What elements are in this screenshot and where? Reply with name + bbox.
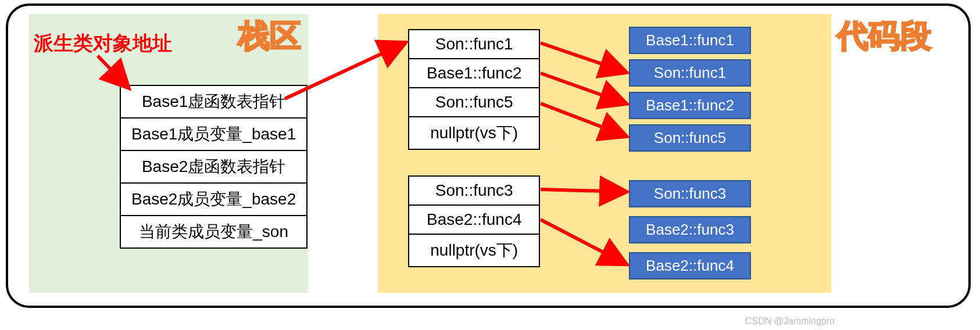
codefunc-base2-func4: Base2::func4 — [629, 252, 751, 279]
vtable2-row-1: Base2::func4 — [409, 205, 539, 234]
codefunc-base1-func2: Base1::func2 — [629, 92, 751, 119]
codefunc-base2-func3: Base2::func3 — [629, 216, 751, 243]
watermark: CSDN @Jammingpro — [745, 316, 835, 327]
codefunc-son-func5: Son::func5 — [629, 124, 751, 152]
object-row-vptr2: Base2虚函数表指针 — [120, 150, 307, 183]
object-row-son: 当前类成员变量_son — [120, 216, 307, 248]
stack-region-title: 栈区 — [238, 15, 301, 58]
codefunc-base1-func1: Base1::func1 — [629, 27, 751, 54]
vtable2-row-0: Son::func3 — [409, 176, 539, 205]
object-row-member1: Base1成员变量_base1 — [120, 118, 307, 150]
vtable1-row-3: nullptr(vs下) — [409, 117, 539, 149]
object-layout-table: Base1虚函数表指针 Base1成员变量_base1 Base2虚函数表指针 … — [120, 85, 307, 249]
code-region-title: 代码段 — [837, 15, 931, 58]
vtable1-row-0: Son::func1 — [409, 30, 539, 59]
vtable1-table: Son::func1 Base1::func2 Son::func5 nullp… — [408, 29, 540, 150]
vtable1-row-1: Base1::func2 — [409, 59, 539, 88]
vtable2-row-2: nullptr(vs下) — [409, 234, 539, 267]
vtable1-row-2: Son::func5 — [409, 88, 539, 117]
derived-address-label: 派生类对象地址 — [34, 30, 172, 57]
object-row-member2: Base2成员变量_base2 — [120, 183, 307, 216]
vtable2-table: Son::func3 Base2::func4 nullptr(vs下) — [408, 175, 540, 267]
diagram-stage: 栈区 代码段 派生类对象地址 Base1虚函数表指针 Base1成员变量_bas… — [0, 0, 980, 330]
object-row-vptr1: Base1虚函数表指针 — [120, 85, 307, 118]
codefunc-son-func3: Son::func3 — [629, 180, 751, 207]
codefunc-son-func1: Son::func1 — [629, 59, 751, 87]
